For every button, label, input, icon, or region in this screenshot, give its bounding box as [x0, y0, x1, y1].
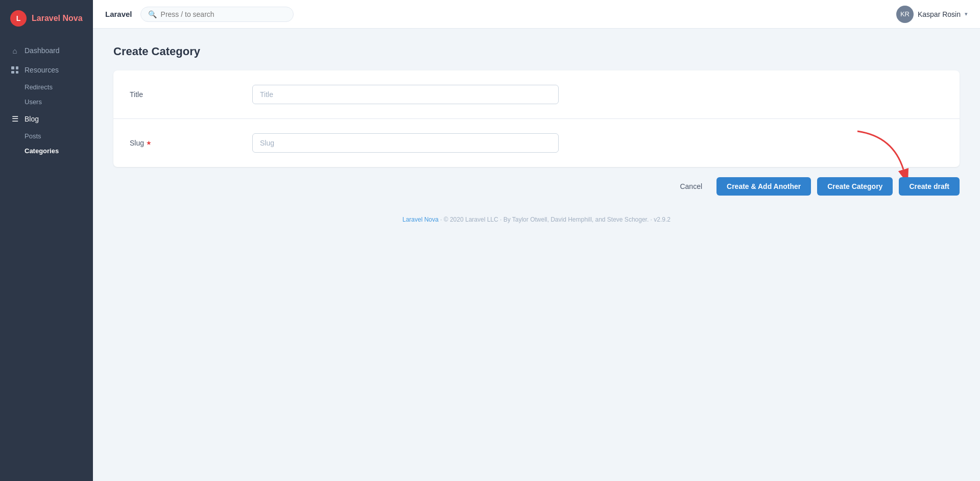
- sidebar-item-dashboard[interactable]: ⌂ Dashboard: [0, 41, 93, 60]
- topbar: Laravel 🔍 KR Kaspar Rosin ▾: [93, 0, 980, 29]
- slug-row: Slug ★: [113, 119, 960, 167]
- grid-icon: [10, 65, 19, 75]
- create-category-button[interactable]: Create Category: [817, 177, 893, 196]
- app-brand: Nova: [63, 14, 83, 22]
- create-add-another-button[interactable]: Create & Add Another: [716, 177, 811, 196]
- title-input[interactable]: [252, 85, 559, 104]
- redirects-label: Redirects: [25, 83, 53, 91]
- search-container[interactable]: 🔍: [140, 7, 294, 22]
- categories-label: Categories: [25, 147, 59, 155]
- slug-input[interactable]: [252, 133, 559, 153]
- title-label: Title: [130, 90, 252, 99]
- required-indicator: ★: [146, 139, 152, 147]
- doc-icon: ☰: [10, 114, 19, 124]
- create-draft-button[interactable]: Create draft: [899, 177, 960, 196]
- sidebar-nav: ⌂ Dashboard Resources Redirects Users ☰ …: [0, 37, 93, 481]
- title-row: Title: [113, 70, 960, 119]
- app-name-main: Laravel: [32, 14, 60, 22]
- users-label: Users: [25, 98, 42, 106]
- logo-icon: L: [10, 10, 27, 27]
- topbar-breadcrumb: Laravel: [105, 10, 132, 18]
- sidebar-item-users[interactable]: Users: [0, 94, 93, 109]
- search-icon: 🔍: [148, 10, 157, 18]
- sidebar-item-blog-label: Blog: [25, 115, 39, 123]
- main-area: Laravel 🔍 KR Kaspar Rosin ▾ Create Categ…: [93, 0, 980, 481]
- chevron-down-icon: ▾: [965, 11, 968, 17]
- sidebar-item-dashboard-label: Dashboard: [25, 46, 60, 55]
- sidebar-item-resources[interactable]: Resources: [0, 60, 93, 80]
- footer: Laravel Nova · © 2020 Laravel LLC · By T…: [113, 216, 960, 223]
- footer-link[interactable]: Laravel Nova: [402, 216, 439, 223]
- cancel-button[interactable]: Cancel: [672, 177, 710, 196]
- sidebar-item-categories[interactable]: Categories: [0, 143, 93, 158]
- sidebar-item-blog[interactable]: ☰ Blog: [0, 109, 93, 129]
- create-category-form: Title Slug ★: [113, 70, 960, 167]
- sidebar-item-posts[interactable]: Posts: [0, 129, 93, 143]
- app-name: Laravel Nova: [32, 14, 83, 23]
- app-logo[interactable]: L Laravel Nova: [0, 0, 93, 37]
- slug-label: Slug ★: [130, 139, 252, 147]
- house-icon: ⌂: [10, 46, 19, 55]
- sidebar: L Laravel Nova ⌂ Dashboard Resources Red…: [0, 0, 93, 481]
- footer-separator: ·: [440, 216, 444, 223]
- sidebar-item-redirects[interactable]: Redirects: [0, 80, 93, 94]
- posts-label: Posts: [25, 132, 41, 140]
- footer-copy: © 2020 Laravel LLC · By Taylor Otwell, D…: [444, 216, 649, 223]
- form-actions: Cancel Create & Add Another Create Categ…: [113, 167, 960, 196]
- user-menu[interactable]: KR Kaspar Rosin ▾: [896, 6, 968, 23]
- sidebar-item-resources-label: Resources: [25, 66, 59, 74]
- content-area: Create Category Title Slug ★: [93, 29, 980, 481]
- page-title: Create Category: [113, 45, 960, 58]
- user-name: Kaspar Rosin: [918, 10, 961, 18]
- avatar: KR: [896, 6, 914, 23]
- search-input[interactable]: [161, 10, 286, 18]
- footer-version: v2.9.2: [654, 216, 671, 223]
